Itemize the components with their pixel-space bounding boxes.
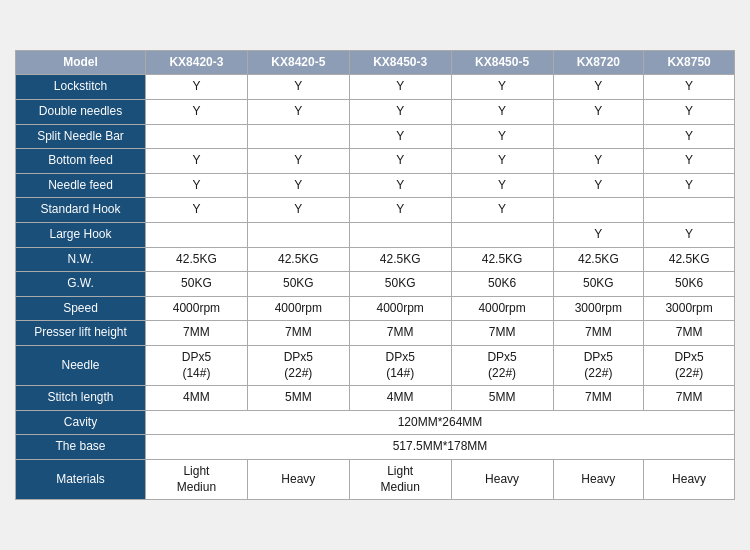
row-label: Needle [16,345,146,385]
table-row: N.W.42.5KG42.5KG42.5KG42.5KG42.5KG42.5KG [16,247,735,272]
data-cell: Y [247,100,349,125]
data-cell [247,223,349,248]
data-cell: 7MM [451,321,553,346]
data-cell: 50KG [553,272,644,297]
data-cell: 7MM [553,321,644,346]
data-cell: 50K6 [644,272,735,297]
comparison-table-wrapper: ModelKX8420-3KX8420-5KX8450-3KX8450-5KX8… [15,50,735,500]
data-cell [451,223,553,248]
row-label: Needle feed [16,173,146,198]
data-cell: Y [349,124,451,149]
merged-data-cell: 120MM*264MM [146,410,735,435]
data-cell: Y [644,149,735,174]
table-row: Speed4000rpm4000rpm4000rpm4000rpm3000rpm… [16,296,735,321]
data-cell: Y [349,100,451,125]
data-cell: 7MM [644,321,735,346]
data-cell: 42.5KG [644,247,735,272]
data-cell: 50KG [247,272,349,297]
data-cell: 50KG [146,272,248,297]
row-label: Speed [16,296,146,321]
data-cell: Y [146,149,248,174]
data-cell: DPx5 (22#) [644,345,735,385]
column-header-kx8450-3: KX8450-3 [349,50,451,75]
table-row: Standard HookYYYY [16,198,735,223]
data-cell: Light Mediun [349,459,451,499]
data-cell: Y [247,173,349,198]
row-label: Materials [16,459,146,499]
data-cell: Y [451,100,553,125]
row-label: The base [16,435,146,460]
table-row: NeedleDPx5 (14#)DPx5 (22#)DPx5 (14#)DPx5… [16,345,735,385]
data-cell: Heavy [553,459,644,499]
column-header-kx8420-5: KX8420-5 [247,50,349,75]
table-row: Needle feedYYYYYY [16,173,735,198]
data-cell: 50KG [349,272,451,297]
data-cell: Y [349,173,451,198]
data-cell: 5MM [451,386,553,411]
row-label: Stitch length [16,386,146,411]
data-cell [644,198,735,223]
data-cell: Y [451,149,553,174]
row-label: Presser lift height [16,321,146,346]
data-cell: Y [146,198,248,223]
data-cell: Y [553,223,644,248]
data-cell: 42.5KG [553,247,644,272]
data-cell: Heavy [644,459,735,499]
data-cell [247,124,349,149]
merged-data-cell: 517.5MM*178MM [146,435,735,460]
table-row: The base517.5MM*178MM [16,435,735,460]
data-cell [146,124,248,149]
data-cell: 42.5KG [247,247,349,272]
data-cell: Y [553,149,644,174]
data-cell: Y [451,124,553,149]
table-row: G.W.50KG50KG50KG50K650KG50K6 [16,272,735,297]
table-row: Large HookYY [16,223,735,248]
data-cell: Y [644,75,735,100]
data-cell: 7MM [349,321,451,346]
data-cell: Heavy [451,459,553,499]
spec-table: ModelKX8420-3KX8420-5KX8450-3KX8450-5KX8… [15,50,735,500]
data-cell: 7MM [553,386,644,411]
data-cell: Y [644,223,735,248]
row-label: Standard Hook [16,198,146,223]
row-label: Lockstitch [16,75,146,100]
data-cell: DPx5 (14#) [349,345,451,385]
table-row: Presser lift height7MM7MM7MM7MM7MM7MM [16,321,735,346]
row-label: Bottom feed [16,149,146,174]
column-header-kx8420-3: KX8420-3 [146,50,248,75]
data-cell: 5MM [247,386,349,411]
data-cell: Y [553,173,644,198]
data-cell: Y [644,173,735,198]
data-cell: 4000rpm [146,296,248,321]
data-cell: 4MM [146,386,248,411]
row-label: Cavity [16,410,146,435]
data-cell: 4000rpm [451,296,553,321]
data-cell: DPx5 (14#) [146,345,248,385]
row-label: Double needles [16,100,146,125]
row-label: Split Needle Bar [16,124,146,149]
data-cell: Y [553,100,644,125]
table-row: LockstitchYYYYYY [16,75,735,100]
table-row: Double needlesYYYYYY [16,100,735,125]
table-row: Stitch length4MM5MM4MM5MM7MM7MM [16,386,735,411]
header-row: ModelKX8420-3KX8420-5KX8450-3KX8450-5KX8… [16,50,735,75]
data-cell: Y [644,124,735,149]
data-cell: Y [451,173,553,198]
table-body: LockstitchYYYYYYDouble needlesYYYYYYSpli… [16,75,735,500]
data-cell: Y [247,75,349,100]
data-cell: 7MM [146,321,248,346]
data-cell: Y [349,149,451,174]
row-label: N.W. [16,247,146,272]
data-cell: DPx5 (22#) [247,345,349,385]
row-label: Large Hook [16,223,146,248]
data-cell [349,223,451,248]
column-header-kx8750: KX8750 [644,50,735,75]
data-cell: Heavy [247,459,349,499]
data-cell: Y [451,198,553,223]
data-cell: Y [146,100,248,125]
data-cell [146,223,248,248]
data-cell: Y [451,75,553,100]
table-row: Bottom feedYYYYYY [16,149,735,174]
data-cell: Y [349,198,451,223]
data-cell: 7MM [247,321,349,346]
